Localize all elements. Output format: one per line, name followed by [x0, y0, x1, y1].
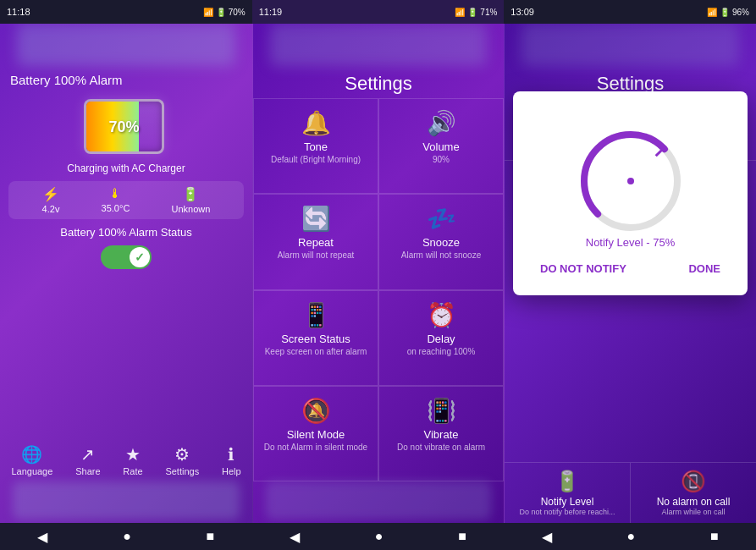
done-button[interactable]: DONE — [682, 259, 727, 278]
alarm-toggle[interactable]: ✓ — [101, 245, 152, 269]
settings-grid: 🔔 Tone Default (Bright Morning) 🔊 Volume… — [253, 98, 504, 481]
battery-percentage: 70% — [108, 118, 139, 135]
rate-icon: ★ — [125, 444, 141, 465]
nav-buttons-row: ◀ ● ■ ◀ ● ■ ◀ ● ■ — [0, 523, 756, 550]
status-bar-3: 13:09 📶 🔋 96% — [504, 0, 756, 24]
nav-share[interactable]: ↗ Share — [75, 444, 100, 476]
battery-type-icon: 🔋 — [182, 186, 199, 202]
screen2-nav-buttons: ◀ ● ■ — [252, 529, 505, 545]
settings-cell-volume[interactable]: 🔊 Volume 90% — [378, 98, 504, 194]
settings-cell-snooze[interactable]: 💤 Snooze Alarm will not snooze — [378, 194, 504, 289]
settings-label: Settings — [165, 466, 199, 476]
nav-language[interactable]: 🌐 Language — [11, 444, 52, 476]
s3-notify-label: Notify Level — [541, 496, 594, 508]
nav-rate[interactable]: ★ Rate — [123, 444, 142, 476]
settings-cell-screen[interactable]: 📱 Screen Status Keep screen on after ala… — [253, 290, 378, 386]
toggle-container[interactable]: ✓ — [0, 242, 252, 276]
voltage-value: 4.2v — [42, 204, 60, 214]
status-bar-2: 11:19 📶 🔋 71% — [252, 0, 505, 24]
back-btn-3[interactable]: ◀ — [542, 529, 552, 545]
tone-label: Tone — [304, 140, 328, 153]
battery-3: 96% — [732, 8, 749, 17]
back-btn-2[interactable]: ◀ — [290, 529, 300, 545]
screen1-title: Battery 100% Alarm — [0, 66, 252, 91]
battery-1: 70% — [229, 8, 246, 17]
blur-top-2 — [270, 24, 487, 66]
stat-voltage: ⚡ 4.2v — [42, 186, 60, 214]
battery-body: 70% — [84, 99, 164, 154]
icons-3: 📶 🔋 96% — [707, 8, 749, 17]
s3-no-alarm-call[interactable]: 📵 No alarm on call Alarm while on call — [631, 463, 756, 523]
status-bar-1: 11:18 📶 🔋 70% — [0, 0, 252, 24]
stat-temp: 🌡 35.0°C — [102, 186, 130, 214]
battery-tip — [163, 118, 164, 135]
language-label: Language — [11, 466, 52, 476]
battery-visual: 70% — [0, 91, 252, 162]
screen3-nav-buttons: ◀ ● ■ — [504, 529, 756, 545]
delay-label: Delay — [427, 333, 455, 345]
icons-2: 📶 🔋 71% — [455, 8, 497, 17]
screen-icon: 📱 — [301, 301, 331, 329]
recent-btn-3[interactable]: ■ — [710, 529, 719, 544]
volume-icon: 🔊 — [427, 109, 456, 137]
bottom-nav-1: 🌐 Language ↗ Share ★ Rate ⚙ Settings ℹ H… — [0, 437, 252, 481]
snooze-desc: Alarm will not snooze — [401, 250, 481, 260]
dialog-buttons: DO NOT NOTIFY DONE — [527, 256, 734, 282]
s3-call-desc: Alarm while on call — [661, 508, 725, 516]
home-btn-3[interactable]: ● — [626, 529, 635, 544]
toggle-thumb: ✓ — [130, 247, 150, 267]
volume-desc: 90% — [433, 155, 450, 164]
temp-icon: 🌡 — [108, 186, 122, 201]
nav-settings[interactable]: ⚙ Settings — [165, 444, 199, 476]
nav-help[interactable]: ℹ Help — [222, 444, 241, 476]
status-bar: 11:18 📶 🔋 70% 11:19 📶 🔋 71% 13:09 📶 🔋 96… — [0, 0, 756, 24]
back-btn-1[interactable]: ◀ — [37, 529, 47, 545]
screens-container: Battery 100% Alarm 70% Charging with AC … — [0, 24, 756, 523]
battery-stats: ⚡ 4.2v 🌡 35.0°C 🔋 Unknown — [8, 181, 244, 219]
screen-label: Screen Status — [281, 333, 350, 345]
settings-cell-silent[interactable]: 🔕 Silent Mode Do not Alarm in silent mod… — [253, 386, 378, 481]
settings-cell-vibrate[interactable]: 📳 Vibrate Do not vibrate on alarm — [378, 386, 504, 481]
blur-bottom-2 — [266, 481, 491, 520]
svg-line-3 — [655, 150, 661, 156]
blur-top-3 — [521, 24, 739, 66]
silent-icon: 🔕 — [301, 397, 331, 425]
screen2: Settings 🔔 Tone Default (Bright Morning)… — [252, 24, 505, 523]
silent-label: Silent Mode — [287, 428, 345, 441]
s3-notify-level[interactable]: 🔋 Notify Level Do not notify before reac… — [505, 463, 631, 523]
screen3: Settings 🔄 Repeat Alarm will not repeat … — [505, 24, 756, 523]
recent-btn-2[interactable]: ■ — [458, 529, 466, 544]
do-not-notify-button[interactable]: DO NOT NOTIFY — [533, 259, 633, 278]
svg-point-2 — [627, 178, 634, 184]
settings2-title: Settings — [253, 66, 504, 98]
stat-unknown: 🔋 Unknown — [172, 186, 211, 214]
settings-cell-repeat[interactable]: 🔄 Repeat Alarm will not repeat — [253, 194, 378, 289]
home-btn-2[interactable]: ● — [375, 529, 384, 544]
time-1: 11:18 — [7, 7, 30, 17]
screen1-nav-buttons: ◀ ● ■ — [0, 529, 252, 545]
alarm-status-label: Battery 100% Alarm Status — [0, 219, 252, 242]
home-btn-1[interactable]: ● — [123, 529, 131, 544]
battery-container: 70% — [84, 99, 168, 158]
voltage-icon: ⚡ — [42, 186, 59, 202]
tone-icon: 🔔 — [301, 109, 331, 137]
language-icon: 🌐 — [21, 444, 42, 465]
settings-cell-delay[interactable]: ⏰ Delay on reaching 100% — [378, 290, 504, 386]
dial-svg — [563, 113, 698, 232]
vibrate-desc: Do not vibrate on alarm — [397, 443, 485, 452]
delay-icon: ⏰ — [427, 301, 456, 329]
temp-value: 35.0°C — [102, 203, 130, 213]
blur-bottom-1 — [13, 481, 240, 520]
battery-2: 71% — [480, 8, 497, 17]
icons-1: 📶 🔋 70% — [203, 8, 246, 17]
notify-dialog: Notify Level - 75% DO NOT NOTIFY DONE — [513, 91, 748, 295]
s3-notify-icon: 🔋 — [555, 470, 580, 493]
recent-btn-1[interactable]: ■ — [207, 529, 215, 544]
charging-text: Charging with AC Charger — [0, 162, 252, 174]
settings-cell-tone[interactable]: 🔔 Tone Default (Bright Morning) — [253, 98, 378, 194]
s3-call-icon: 📵 — [681, 470, 706, 493]
snooze-icon: 💤 — [427, 205, 456, 233]
silent-desc: Do not Alarm in silent mode — [264, 443, 367, 452]
s3-bottom-row: 🔋 Notify Level Do not notify before reac… — [505, 462, 756, 523]
repeat-icon: 🔄 — [301, 205, 331, 233]
